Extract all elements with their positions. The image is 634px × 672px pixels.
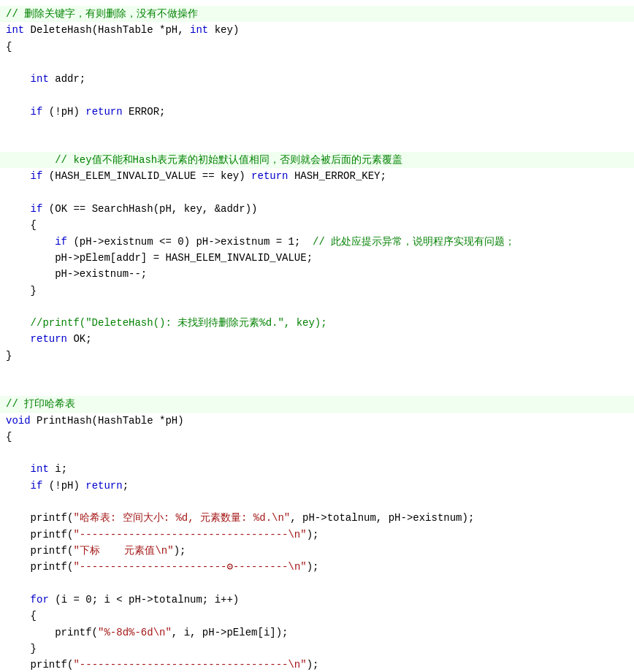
line: [0, 88, 634, 104]
line: // 删除关键字，有则删除，没有不做操作: [0, 6, 634, 22]
line: printf("%-8d%-6d\n", i, pH->pElem[i]);: [0, 625, 634, 641]
line: [0, 55, 634, 71]
line: {: [0, 429, 634, 445]
line: for (i = 0; i < pH->totalnum; i++): [0, 592, 634, 608]
line: [0, 445, 634, 461]
line: [0, 120, 634, 136]
line: [0, 136, 634, 152]
line: printf("--------------------------------…: [0, 657, 634, 672]
line: {: [0, 217, 634, 233]
line: [0, 576, 634, 592]
line: printf("哈希表: 空间大小: %d, 元素数量: %d.\n", pH-…: [0, 510, 634, 526]
code-editor: // 删除关键字，有则删除，没有不做操作int DeleteHash(HashT…: [0, 6, 634, 672]
line: }: [0, 348, 634, 364]
line: printf("--------------------------------…: [0, 527, 634, 543]
line: if (!pH) return ERROR;: [0, 104, 634, 120]
line: if (pH->existnum <= 0) pH->existnum = 1;…: [0, 234, 634, 250]
line: //printf("DeleteHash(): 未找到待删除元素%d.", ke…: [0, 315, 634, 331]
line: int DeleteHash(HashTable *pH, int key): [0, 22, 634, 38]
line: printf("下标 元素值\n");: [0, 543, 634, 559]
line: int addr;: [0, 71, 634, 87]
line: [0, 380, 634, 396]
line: return OK;: [0, 331, 634, 347]
line: {: [0, 608, 634, 624]
line: [0, 364, 634, 380]
line: if (HASH_ELEM_INVALID_VALUE == key) retu…: [0, 168, 634, 184]
line: printf("------------------------⚙-------…: [0, 559, 634, 575]
line: {: [0, 39, 634, 55]
line: }: [0, 283, 634, 299]
line: pH->pElem[addr] = HASH_ELEM_INVALID_VALU…: [0, 250, 634, 266]
line: // key值不能和Hash表元素的初始默认值相同，否则就会被后面的元素覆盖: [0, 152, 634, 168]
line: }: [0, 641, 634, 657]
line: int i;: [0, 461, 634, 477]
line: // 打印哈希表: [0, 396, 634, 412]
line: [0, 185, 634, 201]
line: [0, 299, 634, 315]
line: void PrintHash(HashTable *pH): [0, 413, 634, 429]
line: pH->existnum--;: [0, 266, 634, 282]
line: if (!pH) return;: [0, 478, 634, 494]
line: if (OK == SearchHash(pH, key, &addr)): [0, 201, 634, 217]
line: [0, 494, 634, 510]
